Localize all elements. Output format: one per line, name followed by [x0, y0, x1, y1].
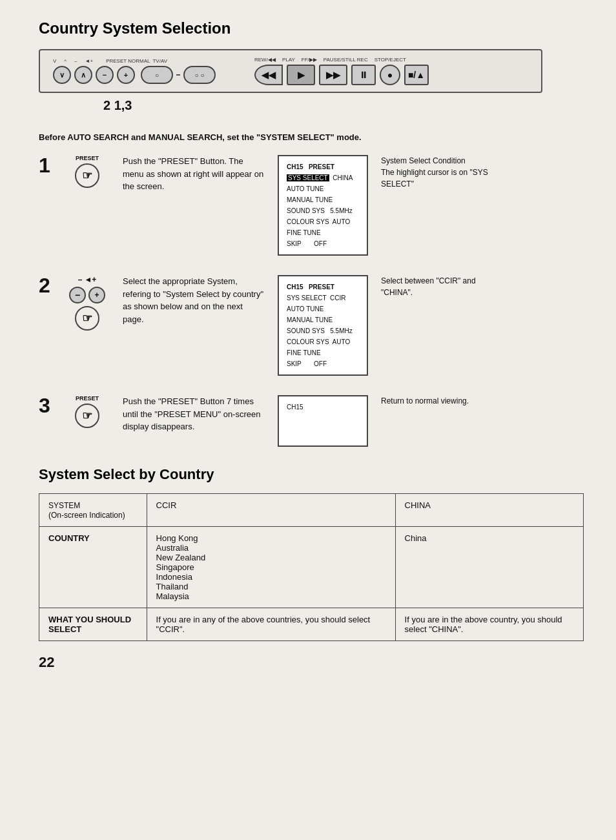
screen-1-line7: FINE TUNE [287, 227, 359, 238]
step-1-number: 1 [39, 155, 52, 176]
step-2-buttons: − + [69, 287, 105, 303]
btn-rec[interactable]: ● [380, 65, 400, 85]
table-country-ccir: Hong Kong Australia New Zealand Singapor… [147, 527, 395, 608]
table-select-ccir: If you are in any of the above countries… [147, 608, 395, 641]
screen-3-line1: CH15 [287, 402, 359, 413]
step-3-note: Return to normal viewing. [381, 395, 469, 407]
table-select-row: WHAT YOU SHOULD SELECT If you are in any… [39, 608, 584, 641]
step-3-screen: CH15 [278, 395, 368, 447]
btn-play[interactable]: ▶ [287, 65, 315, 85]
screen-1-line3: AUTO TUNE [287, 183, 359, 194]
step-2-note: Select between "CCIR" and "CHINA". [381, 275, 497, 298]
step-2-text: Select the appropriate System, refering … [123, 275, 265, 325]
hand-icon-3: ☞ [75, 404, 99, 428]
main-instruction: Before AUTO SEARCH and MANUAL SEARCH, se… [39, 132, 584, 142]
remote-top-labels: V ^ – ◄+ PRESET NORMAL TV/AV [53, 58, 216, 64]
step-2-icon: – ◄+ − + ☞ [65, 275, 110, 331]
btn-plus-2[interactable]: + [88, 287, 105, 303]
table-header-col3: CHINA [395, 494, 583, 527]
section2-title: System Select by Country [39, 466, 584, 483]
btn-rew[interactable]: ◀◀ [254, 65, 283, 85]
remote-right-section: REW/◀◀ PLAY FF/▶▶ PAUSE/STILL REC STOP/E… [254, 57, 429, 85]
page-title: Country System Selection [39, 19, 584, 37]
hand-icon-1: ☞ [75, 163, 99, 188]
screen-2-line4: MANUAL TUNE [287, 314, 359, 325]
step-1-icon: PRESET ☞ [65, 155, 110, 188]
remote-diagram: V ^ – ◄+ PRESET NORMAL TV/AV ∨ ∧ − + ○ ○… [39, 49, 542, 93]
country-table: SYSTEM (On-screen Indication) CCIR CHINA… [39, 493, 584, 641]
page-number: 22 [39, 654, 584, 671]
screen-1-line8: SKIP OFF [287, 238, 359, 249]
step-2-screen: CH15 PRESET SYS SELECT CCIR AUTO TUNE MA… [278, 275, 368, 376]
screen-2-line3: AUTO TUNE [287, 303, 359, 314]
screen-1-line6: COLOUR SYS AUTO [287, 216, 359, 227]
step-3: 3 PRESET ☞ Push the "PRESET" Button 7 ti… [39, 395, 584, 447]
remote-left-buttons: ∨ ∧ − + ○ ○ ○ [53, 66, 216, 84]
table-header-col2: CCIR [147, 494, 395, 527]
step-3-icon: PRESET ☞ [65, 395, 110, 428]
table-country-row: COUNTRY Hong Kong Australia New Zealand … [39, 527, 584, 608]
table-select-china: If you are in the above country, you sho… [395, 608, 583, 641]
btn-minus[interactable]: − [96, 66, 114, 84]
btn-oval-right[interactable]: ○ ○ [183, 66, 216, 84]
preset-label-1: PRESET [76, 155, 99, 161]
screen-1-sys-select: SYS SELECT [287, 174, 329, 181]
table-country-label: COUNTRY [39, 527, 147, 608]
step-1-note: System Select Condition The highlight cu… [381, 155, 497, 190]
screen-1-line1: CH15 PRESET [287, 161, 359, 172]
step-3-text: Push the "PRESET" Button 7 times until t… [123, 395, 265, 433]
btn-minus-2[interactable]: − [69, 287, 86, 303]
step-1-text: Push the "PRESET" Button. The menu as sh… [123, 155, 265, 193]
screen-2-line1: CH15 PRESET [287, 282, 359, 292]
remote-right-labels: REW/◀◀ PLAY FF/▶▶ PAUSE/STILL REC STOP/E… [254, 57, 429, 63]
preset-label-3: PRESET [76, 395, 99, 402]
table-country-china: China [395, 527, 583, 608]
separator [176, 74, 180, 76]
btn-v[interactable]: ∨ [53, 66, 71, 84]
screen-2-line8: SKIP OFF [287, 358, 359, 369]
table-header-row: SYSTEM (On-screen Indication) CCIR CHINA [39, 494, 584, 527]
remote-left-section: V ^ – ◄+ PRESET NORMAL TV/AV ∨ ∧ − + ○ ○… [53, 58, 216, 84]
btn-pause[interactable]: ⏸ [351, 65, 376, 85]
btn-up[interactable]: ∧ [74, 66, 92, 84]
diagram-numbers: 2 1,3 [103, 98, 584, 113]
btn-stop-eject[interactable]: ■/▲ [404, 65, 429, 85]
screen-1-line4: MANUAL TUNE [287, 194, 359, 205]
btn-plus[interactable]: + [117, 66, 135, 84]
minus-plus-icon: – ◄+ [78, 275, 97, 284]
screen-2-line5: SOUND SYS 5.5MHz [287, 325, 359, 336]
hand-icon-2: ☞ [75, 306, 99, 331]
step-1-screen: CH15 PRESET SYS SELECT CHINA AUTO TUNE M… [278, 155, 368, 256]
screen-2-line7: FINE TUNE [287, 347, 359, 358]
btn-ff[interactable]: ▶▶ [319, 65, 347, 85]
step-2: 2 – ◄+ − + ☞ Select the appropriate Syst… [39, 275, 584, 376]
screen-1-line2: SYS SELECT CHINA [287, 172, 359, 183]
table-header-col1: SYSTEM (On-screen Indication) [39, 494, 147, 527]
step-2-number: 2 [39, 275, 52, 296]
transport-buttons: ◀◀ ▶ ▶▶ ⏸ ● ■/▲ [254, 65, 429, 85]
btn-oval-left[interactable]: ○ [141, 66, 173, 84]
screen-2-line2: SYS SELECT CCIR [287, 292, 359, 303]
step-1: 1 PRESET ☞ Push the "PRESET" Button. The… [39, 155, 584, 256]
screen-1-line5: SOUND SYS 5.5MHz [287, 205, 359, 216]
screen-2-line6: COLOUR SYS AUTO [287, 336, 359, 347]
table-select-label: WHAT YOU SHOULD SELECT [39, 608, 147, 641]
step-3-number: 3 [39, 395, 52, 416]
